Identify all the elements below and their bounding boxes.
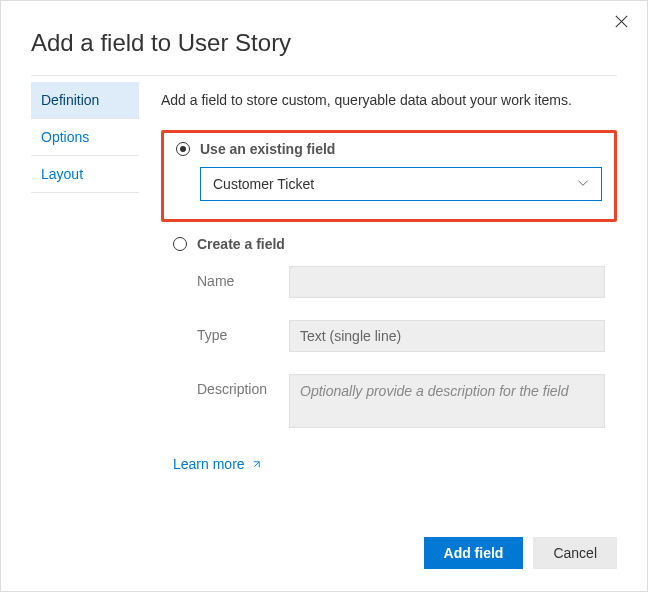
sidebar-item-layout[interactable]: Layout xyxy=(31,156,139,193)
dialog-title: Add a field to User Story xyxy=(1,1,647,75)
add-field-dialog: Add a field to User Story Definition Opt… xyxy=(0,0,648,592)
type-value: Text (single line) xyxy=(300,328,401,344)
existing-field-value: Customer Ticket xyxy=(213,176,314,192)
cancel-button[interactable]: Cancel xyxy=(533,537,617,569)
radio-create-field[interactable] xyxy=(173,237,187,251)
close-button[interactable] xyxy=(609,9,633,33)
existing-field-highlight: Use an existing field Customer Ticket xyxy=(161,130,617,222)
sidebar-item-label: Definition xyxy=(41,92,99,108)
learn-more-label: Learn more xyxy=(173,456,245,472)
sidebar-item-label: Options xyxy=(41,129,89,145)
type-label: Type xyxy=(197,320,289,352)
divider xyxy=(31,75,617,76)
sidebar-item-options[interactable]: Options xyxy=(31,119,139,156)
external-link-icon xyxy=(251,459,262,470)
name-label: Name xyxy=(197,266,289,298)
radio-use-existing-label: Use an existing field xyxy=(200,141,335,157)
description-label: Description xyxy=(197,374,289,428)
sidebar-item-label: Layout xyxy=(41,166,83,182)
description-placeholder: Optionally provide a description for the… xyxy=(300,383,568,399)
radio-use-existing[interactable] xyxy=(176,142,190,156)
existing-field-select[interactable]: Customer Ticket xyxy=(200,167,602,201)
type-select[interactable]: Text (single line) xyxy=(289,320,605,352)
main-panel: Add a field to store custom, queryable d… xyxy=(139,82,617,472)
sidebar: Definition Options Layout xyxy=(31,82,139,472)
create-field-section: Create a field Name Type Text (single li… xyxy=(161,236,617,428)
chevron-down-icon xyxy=(577,176,589,192)
add-field-button[interactable]: Add field xyxy=(424,537,524,569)
sidebar-item-definition[interactable]: Definition xyxy=(31,82,139,119)
dialog-footer: Add field Cancel xyxy=(424,537,617,569)
learn-more-link[interactable]: Learn more xyxy=(173,456,262,472)
radio-create-field-label: Create a field xyxy=(197,236,285,252)
description-input[interactable]: Optionally provide a description for the… xyxy=(289,374,605,428)
close-icon xyxy=(615,15,628,28)
name-input[interactable] xyxy=(289,266,605,298)
intro-text: Add a field to store custom, queryable d… xyxy=(161,92,617,108)
